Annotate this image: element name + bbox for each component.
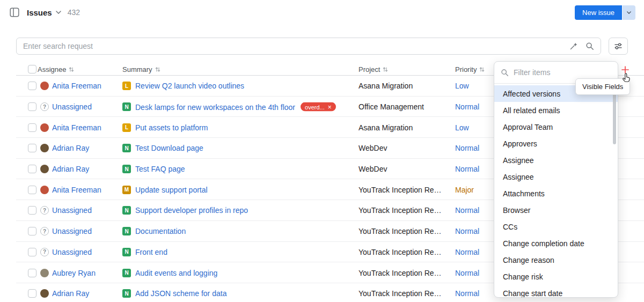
priority-cell: Normal	[455, 227, 479, 235]
summary-cell: Documentation	[135, 227, 355, 235]
sort-icon	[69, 66, 74, 72]
row-checkbox[interactable]	[28, 144, 36, 152]
avatar	[40, 123, 49, 132]
row-checkbox[interactable]	[28, 123, 36, 132]
issue-summary-link[interactable]: Add JSON scheme for data	[135, 289, 226, 298]
summary-cell: Support developer profiles in repo	[135, 206, 355, 215]
dropdown-item[interactable]: Assignee	[494, 152, 618, 168]
issue-summary-link[interactable]: Update support portal	[135, 186, 208, 194]
issue-type-icon: N	[122, 227, 131, 235]
issue-type-icon: N	[122, 165, 131, 173]
assignee-link[interactable]: Unassigned	[52, 102, 121, 111]
dropdown-item-list: Affected versionsAll related emailsAppro…	[494, 84, 618, 298]
avatar	[40, 82, 49, 90]
filter-items-input[interactable]	[514, 68, 611, 77]
assignee-link[interactable]: Unassigned	[52, 227, 121, 235]
assignee-link[interactable]: Anita Freeman	[52, 82, 121, 90]
sidebar-toggle-icon[interactable]	[9, 6, 20, 18]
issue-type-icon: L	[122, 82, 131, 90]
column-header-assignee[interactable]: Assignee	[38, 65, 74, 73]
new-issue-button[interactable]: New issue	[575, 5, 622, 20]
issue-summary-link[interactable]: Audit events and logging	[135, 269, 217, 277]
row-checkbox[interactable]	[28, 289, 36, 298]
issue-summary-link[interactable]: Front end	[135, 248, 167, 256]
summary-cell: Put assets to platform	[135, 123, 355, 132]
issue-summary-link[interactable]: Review Q2 launch video outlines	[135, 82, 244, 90]
dropdown-item[interactable]: All related emails	[494, 102, 618, 119]
row-checkbox[interactable]	[28, 248, 36, 256]
project-cell: YouTrack Inception Re…	[358, 186, 454, 194]
search-input[interactable]	[23, 42, 562, 50]
row-checkbox[interactable]	[28, 227, 36, 235]
dropdown-item[interactable]: Browser	[494, 202, 618, 218]
search-box[interactable]	[16, 38, 601, 55]
ai-search-icon[interactable]	[569, 42, 578, 50]
row-checkbox[interactable]	[28, 102, 36, 111]
issues-count: 432	[68, 8, 80, 17]
avatar	[40, 165, 49, 173]
search-icon[interactable]	[586, 42, 594, 50]
priority-cell: Normal	[455, 165, 479, 173]
priority-cell: Normal	[455, 248, 479, 256]
dropdown-scrollbar[interactable]	[613, 91, 616, 144]
dropdown-item[interactable]: Attachments	[494, 185, 618, 202]
priority-cell: Normal	[455, 102, 479, 111]
search-row	[16, 38, 628, 55]
issue-type-icon: N	[122, 289, 131, 298]
avatar: ?	[40, 206, 49, 215]
dropdown-item[interactable]: Approval Team	[494, 119, 618, 135]
assignee-link[interactable]: Adrian Ray	[52, 144, 121, 152]
priority-cell: Normal	[455, 289, 479, 298]
project-cell: WebDev	[358, 165, 454, 173]
avatar	[40, 186, 49, 194]
row-checkbox[interactable]	[28, 269, 36, 277]
summary-cell: Test Download page	[135, 144, 355, 152]
chevron-down-icon	[56, 11, 61, 14]
row-checkbox[interactable]	[28, 165, 36, 173]
priority-cell: Normal	[455, 206, 479, 215]
assignee-link[interactable]: Aubrey Ryan	[52, 269, 121, 277]
tag-label: overd...	[305, 104, 325, 110]
column-header-priority[interactable]: Priority	[455, 65, 485, 73]
issue-summary-link[interactable]: Documentation	[135, 227, 186, 235]
dropdown-item[interactable]: Change start date	[494, 285, 618, 298]
search-settings-button[interactable]	[609, 38, 628, 55]
new-issue-dropdown-button[interactable]	[623, 5, 635, 20]
column-header-project[interactable]: Project	[358, 65, 388, 73]
avatar	[40, 144, 49, 152]
issues-title-dropdown[interactable]: Issues	[27, 8, 61, 17]
new-issue-split-button: New issue	[575, 5, 635, 20]
assignee-link[interactable]: Unassigned	[52, 248, 121, 256]
dropdown-item[interactable]: Approvers	[494, 135, 618, 152]
issue-summary-link[interactable]: Put assets to platform	[135, 123, 208, 132]
page-title: Issues	[27, 8, 52, 17]
issue-summary-link[interactable]: Test Download page	[135, 144, 203, 152]
column-label: Priority	[455, 65, 477, 73]
issue-summary-link[interactable]: Support developer profiles in repo	[135, 206, 248, 215]
dropdown-item[interactable]: Assignee	[494, 168, 618, 185]
issue-type-icon: N	[122, 248, 131, 256]
column-header-summary[interactable]: Summary	[122, 65, 160, 73]
row-checkbox[interactable]	[28, 82, 36, 90]
row-checkbox[interactable]	[28, 186, 36, 194]
assignee-link[interactable]: Adrian Ray	[52, 165, 121, 173]
assignee-link[interactable]: Anita Freeman	[52, 123, 121, 132]
select-all-checkbox[interactable]	[28, 65, 36, 73]
dropdown-item[interactable]: Change completion date	[494, 235, 618, 252]
summary-cell: Audit events and logging	[135, 269, 355, 277]
issue-summary-link[interactable]: Test FAQ page	[135, 165, 185, 173]
project-cell: YouTrack Inception Re…	[358, 269, 454, 277]
assignee-link[interactable]: Adrian Ray	[52, 289, 121, 298]
summary-cell: Update support portal	[135, 186, 355, 194]
add-column-button[interactable]	[620, 64, 631, 75]
assignee-link[interactable]: Anita Freeman	[52, 186, 121, 194]
row-checkbox[interactable]	[28, 206, 36, 215]
issue-summary-link[interactable]: Desk lamps for new workspaces on the 4th…	[135, 102, 295, 111]
assignee-link[interactable]: Unassigned	[52, 206, 121, 215]
tag-remove-icon[interactable]: ×	[328, 104, 332, 110]
dropdown-item[interactable]: Change risk	[494, 268, 618, 285]
overdue-tag[interactable]: overd...×	[301, 102, 336, 112]
dropdown-item[interactable]: CCs	[494, 218, 618, 235]
dropdown-item[interactable]: Change reason	[494, 252, 618, 268]
issue-type-icon: N	[122, 144, 131, 152]
